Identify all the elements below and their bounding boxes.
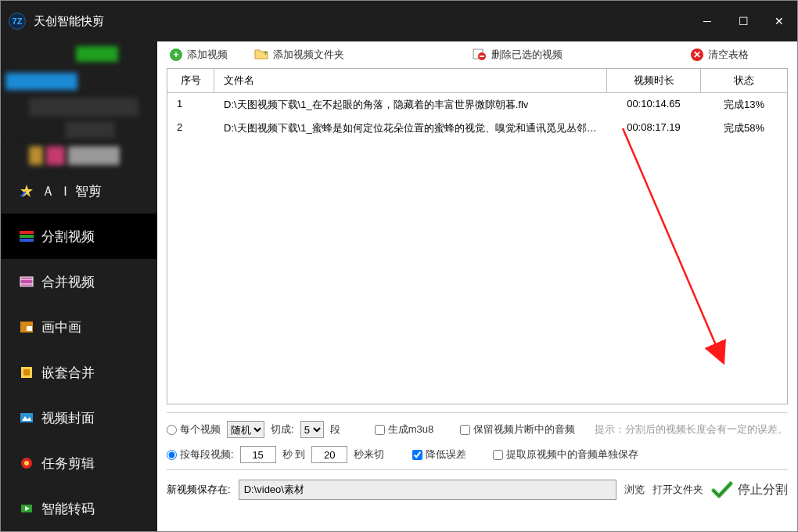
sidebar: Ａ Ｉ 智剪 分割视频 合并视频 画中画 嵌套合并 [1, 41, 157, 531]
add-folder-button[interactable]: + 添加视频文件夹 [251, 46, 347, 64]
radio-label: 每个视频 [180, 422, 221, 437]
plus-circle-icon: + [170, 49, 182, 61]
main-panel: + 添加视频 + 添加视频文件夹 删除已选的视频 ✕ 清空表格 [157, 41, 797, 531]
save-bar: 新视频保存在: 浏览 打开文件夹 停止分割 [167, 469, 788, 509]
folder-plus-icon: + [254, 48, 268, 63]
cut-into-label: 切成: [271, 422, 294, 437]
svg-rect-3 [20, 235, 34, 238]
sidebar-item-nest[interactable]: 嵌套合并 [1, 350, 157, 395]
nav-label: 智能转码 [41, 500, 95, 518]
svg-rect-11 [23, 369, 30, 376]
mode-select[interactable]: 随机 [227, 421, 264, 438]
nav-label: 画中画 [41, 318, 81, 336]
btn-label: 停止分割 [738, 482, 788, 498]
segments-select[interactable]: 5 [300, 421, 324, 438]
svg-line-22 [623, 128, 723, 361]
low-err-checkbox[interactable]: 降低误差 [412, 448, 466, 462]
nest-icon [20, 365, 34, 379]
minimize-button[interactable]: ─ [689, 1, 725, 41]
seg-start-input[interactable] [240, 446, 276, 463]
table-row[interactable]: 2 D:\天图视频下载\1_蜜蜂是如何定位花朵位置的蜜蜂的视觉、嗅觉和通讯觅见丛… [167, 117, 787, 140]
svg-rect-12 [20, 413, 33, 422]
sidebar-item-cover[interactable]: 视频封面 [1, 395, 157, 440]
checkmark-icon [711, 481, 733, 498]
per-segment-radio[interactable]: 按每段视频: [167, 448, 234, 462]
maximize-button[interactable]: ☐ [725, 1, 761, 41]
col-status[interactable]: 状态 [701, 69, 787, 92]
file-table: 序号 文件名 视频时长 状态 1 D:\天图视频下载\1_在不起眼的角落，隐藏着… [167, 68, 788, 404]
extract-audio-checkbox[interactable]: 提取原视频中的音频单独保存 [493, 448, 638, 462]
app-logo: 7Z [9, 13, 26, 30]
sidebar-item-transcode[interactable]: 智能转码 [1, 486, 157, 531]
nav-label: Ａ Ｉ 智剪 [41, 182, 102, 200]
sec-cut-label: 秒来切 [354, 448, 384, 462]
add-video-button[interactable]: + 添加视频 [167, 46, 231, 63]
split-bars-icon [20, 229, 34, 243]
col-idx[interactable]: 序号 [167, 69, 214, 92]
svg-rect-2 [20, 231, 34, 234]
btn-label: 添加视频 [187, 48, 228, 62]
table-row[interactable]: 1 D:\天图视频下载\1_在不起眼的角落，隐藏着的丰富世界微隙朝暮.flv 0… [167, 93, 787, 117]
checkbox-label: 生成m3u8 [388, 422, 434, 437]
sidebar-item-task[interactable]: 任务剪辑 [1, 440, 157, 486]
cell-idx: 1 [167, 93, 214, 117]
cell-idx: 2 [167, 117, 214, 140]
merge-film-icon [20, 275, 34, 289]
sidebar-item-split[interactable]: 分割视频 [1, 214, 157, 259]
clear-table-button[interactable]: ✕ 清空表格 [688, 46, 752, 63]
titlebar: 7Z 天创智能快剪 ─ ☐ ✕ [1, 1, 797, 41]
segments-unit: 段 [330, 422, 340, 437]
ai-wand-icon [20, 184, 34, 198]
hint-text: 提示：分割后的视频长度会有一定的误差。 [595, 422, 788, 437]
table-header: 序号 文件名 视频时长 状态 [167, 69, 787, 93]
toolbar: + 添加视频 + 添加视频文件夹 删除已选的视频 ✕ 清空表格 [157, 41, 797, 68]
sidebar-item-ai[interactable]: Ａ Ｉ 智剪 [1, 168, 157, 214]
nav-label: 分割视频 [41, 228, 95, 246]
svg-rect-5 [20, 277, 33, 286]
svg-rect-9 [27, 326, 32, 331]
col-duration[interactable]: 视频时长 [607, 69, 701, 92]
save-path-input[interactable] [239, 480, 616, 500]
sidebar-nav: Ａ Ｉ 智剪 分割视频 合并视频 画中画 嵌套合并 [1, 168, 157, 531]
svg-point-15 [24, 461, 29, 466]
split-options: 每个视频 随机 切成: 5 段 生成m3u8 保留视频片断中的音频 [167, 412, 788, 463]
btn-label: 添加视频文件夹 [273, 48, 344, 62]
keep-audio-checkbox[interactable]: 保留视频片断中的音频 [460, 422, 575, 437]
close-button[interactable]: ✕ [761, 1, 797, 41]
cell-file: D:\天图视频下载\1_蜜蜂是如何定位花朵位置的蜜蜂的视觉、嗅觉和通讯觅见丛邻T… [214, 117, 607, 140]
cell-status: 完成58% [701, 117, 787, 140]
nav-label: 任务剪辑 [41, 455, 95, 473]
annotation-arrow [621, 95, 731, 404]
stop-split-button[interactable]: 停止分割 [711, 481, 788, 498]
checkbox-label: 保留视频片断中的音频 [473, 422, 575, 437]
clear-x-icon: ✕ [691, 49, 703, 61]
open-folder-button[interactable]: 打开文件夹 [652, 483, 703, 497]
sec-to-label: 秒 到 [282, 448, 306, 462]
browse-button[interactable]: 浏览 [624, 483, 645, 497]
checkbox-label: 降低误差 [426, 448, 466, 462]
svg-text:+: + [264, 49, 268, 57]
nav-label: 合并视频 [41, 273, 95, 291]
sidebar-item-merge[interactable]: 合并视频 [1, 259, 157, 304]
btn-label: 清空表格 [708, 48, 749, 62]
cell-file: D:\天图视频下载\1_在不起眼的角落，隐藏着的丰富世界微隙朝暮.flv [214, 93, 607, 117]
per-video-radio[interactable]: 每个视频 [167, 422, 221, 437]
svg-rect-21 [480, 56, 484, 57]
col-file[interactable]: 文件名 [214, 69, 607, 92]
delete-icon [473, 48, 487, 63]
save-label: 新视频保存在: [167, 483, 231, 497]
pip-icon [20, 320, 34, 334]
seg-end-input[interactable] [311, 446, 347, 463]
svg-rect-4 [20, 239, 34, 242]
sidebar-item-pip[interactable]: 画中画 [1, 304, 157, 350]
btn-label: 删除已选的视频 [491, 48, 563, 62]
gen-m3u8-checkbox[interactable]: 生成m3u8 [375, 422, 434, 437]
delete-selected-button[interactable]: 删除已选的视频 [469, 46, 566, 64]
cover-icon [20, 411, 34, 425]
sidebar-ad-area [1, 41, 157, 160]
nav-label: 视频封面 [41, 409, 95, 427]
cell-status: 完成13% [701, 93, 787, 117]
cell-duration: 00:10:14.65 [607, 93, 701, 117]
app-title: 天创智能快剪 [34, 14, 104, 29]
radio-label: 按每段视频: [180, 448, 234, 462]
